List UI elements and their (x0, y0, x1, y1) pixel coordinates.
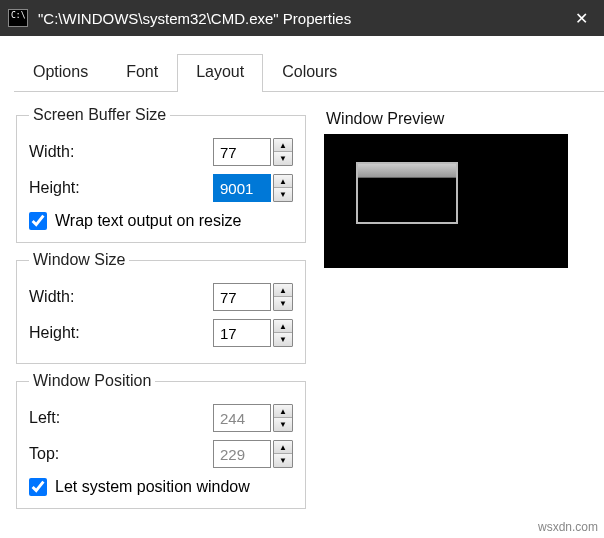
winpos-left-input[interactable] (213, 404, 271, 432)
winpos-top-label: Top: (29, 445, 213, 463)
winsize-height-input[interactable] (213, 319, 271, 347)
winsize-width-label: Width: (29, 288, 213, 306)
tab-colours[interactable]: Colours (263, 54, 356, 91)
winpos-top-spinner: ▲ ▼ (213, 440, 293, 468)
tab-font[interactable]: Font (107, 54, 177, 91)
auto-position-checkbox[interactable] (29, 478, 47, 496)
winsize-width-input[interactable] (213, 283, 271, 311)
winpos-left-down-icon[interactable]: ▼ (274, 418, 292, 431)
window-position-group: Window Position Left: ▲ ▼ Top: ▲ (16, 372, 306, 509)
close-button[interactable]: ✕ (558, 0, 604, 36)
preview-mini-window (356, 162, 458, 224)
buffer-height-input[interactable] (213, 174, 271, 202)
winpos-left-spinner: ▲ ▼ (213, 404, 293, 432)
preview-label: Window Preview (326, 110, 588, 128)
window-size-legend: Window Size (29, 251, 129, 269)
winsize-height-label: Height: (29, 324, 213, 342)
titlebar: C:\ "C:\WINDOWS\system32\CMD.exe" Proper… (0, 0, 604, 36)
screen-buffer-group: Screen Buffer Size Width: ▲ ▼ Height: ▲ (16, 106, 306, 243)
wrap-text-checkbox[interactable] (29, 212, 47, 230)
buffer-width-input[interactable] (213, 138, 271, 166)
buffer-width-up-icon[interactable]: ▲ (274, 139, 292, 152)
buffer-width-label: Width: (29, 143, 213, 161)
window-title: "C:\WINDOWS\system32\CMD.exe" Properties (38, 10, 558, 27)
auto-position-checkbox-row[interactable]: Let system position window (29, 478, 293, 496)
buffer-width-down-icon[interactable]: ▼ (274, 152, 292, 165)
window-position-legend: Window Position (29, 372, 155, 390)
winpos-left-up-icon[interactable]: ▲ (274, 405, 292, 418)
auto-position-label: Let system position window (55, 478, 250, 496)
winpos-left-label: Left: (29, 409, 213, 427)
window-preview (324, 134, 568, 268)
buffer-height-spinner: ▲ ▼ (213, 174, 293, 202)
winsize-height-up-icon[interactable]: ▲ (274, 320, 292, 333)
buffer-height-label: Height: (29, 179, 213, 197)
winsize-height-down-icon[interactable]: ▼ (274, 333, 292, 346)
screen-buffer-legend: Screen Buffer Size (29, 106, 170, 124)
window-size-group: Window Size Width: ▲ ▼ Height: ▲ (16, 251, 306, 364)
tab-bar: Options Font Layout Colours (14, 54, 604, 92)
buffer-height-down-icon[interactable]: ▼ (274, 188, 292, 201)
wrap-text-label: Wrap text output on resize (55, 212, 241, 230)
winsize-width-spinner: ▲ ▼ (213, 283, 293, 311)
watermark: wsxdn.com (538, 520, 598, 534)
preview-mini-titlebar (358, 164, 456, 178)
winpos-top-input[interactable] (213, 440, 271, 468)
cmd-icon: C:\ (8, 9, 28, 27)
wrap-text-checkbox-row[interactable]: Wrap text output on resize (29, 212, 293, 230)
buffer-height-up-icon[interactable]: ▲ (274, 175, 292, 188)
winsize-width-down-icon[interactable]: ▼ (274, 297, 292, 310)
winsize-width-up-icon[interactable]: ▲ (274, 284, 292, 297)
buffer-width-spinner: ▲ ▼ (213, 138, 293, 166)
winpos-top-down-icon[interactable]: ▼ (274, 454, 292, 467)
winsize-height-spinner: ▲ ▼ (213, 319, 293, 347)
tab-layout[interactable]: Layout (177, 54, 263, 91)
tab-options[interactable]: Options (14, 54, 107, 91)
winpos-top-up-icon[interactable]: ▲ (274, 441, 292, 454)
